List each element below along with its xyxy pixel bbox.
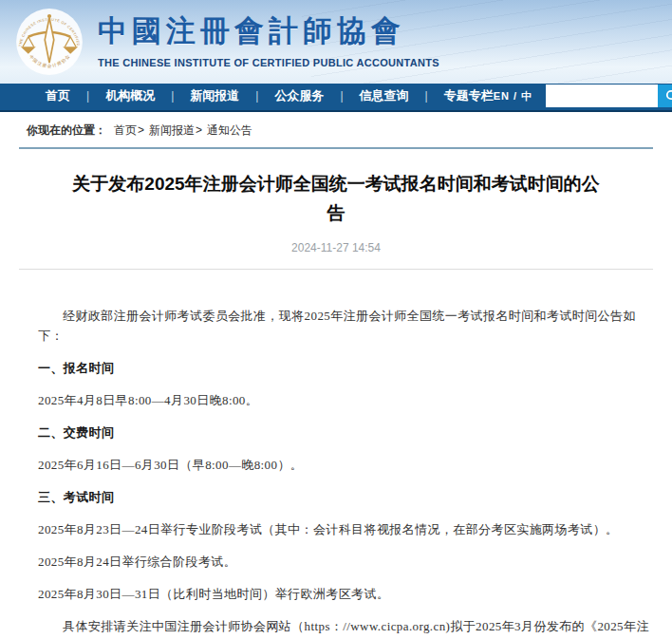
breadcrumb-items: 首页>新闻报道>通知公告 bbox=[114, 123, 252, 137]
breadcrumb-label: 你现在的位置： bbox=[27, 123, 106, 137]
nav-item-1[interactable]: 首页 bbox=[46, 87, 70, 104]
breadcrumb: 你现在的位置：首页>新闻报道>通知公告 bbox=[0, 112, 672, 144]
nav-separator: | bbox=[171, 89, 174, 103]
paragraph: 经财政部注册会计师考试委员会批准，现将2025年注册会计师全国统一考试报名时间和… bbox=[38, 306, 659, 346]
nav-menu: 首页|机构概况|新闻报道|公众服务|信息查询|专题专栏 bbox=[46, 87, 494, 104]
paragraph: 2025年8月24日举行综合阶段考试。 bbox=[38, 552, 659, 572]
section-heading: 二、交费时间 bbox=[38, 423, 659, 442]
language-switch[interactable]: EN / 中 bbox=[494, 89, 532, 103]
article-body: 经财政部注册会计师考试委员会批准，现将2025年注册会计师全国统一考试报名时间和… bbox=[0, 270, 672, 639]
nav-item-2[interactable]: 机构概况 bbox=[105, 87, 155, 104]
paragraph: 2025年4月8日早8:00—4月30日晚8:00。 bbox=[38, 390, 659, 410]
search-button[interactable] bbox=[658, 85, 672, 107]
nav-item-5[interactable]: 信息查询 bbox=[360, 87, 409, 104]
paragraph: 2025年8月23日—24日举行专业阶段考试（其中：会计科目将视报名情况，在部分… bbox=[38, 519, 659, 539]
paragraph: 具体安排请关注中国注册会计师协会网站（https：//www.cicpa.org… bbox=[38, 616, 659, 639]
nav-separator: | bbox=[86, 89, 89, 103]
breadcrumb-item-2[interactable]: 新闻报道 bbox=[149, 123, 195, 137]
cicpa-scales-emblem-icon: THE CHINESE INSTITUTE OF CERTIFIED PUBLI… bbox=[14, 7, 84, 77]
breadcrumb-separator: > bbox=[196, 123, 202, 137]
breadcrumb-item-1[interactable]: 首页 bbox=[114, 123, 137, 137]
article-header: 关于发布2025年注册会计师全国统一考试报名时间和考试时间的公告 2024-11… bbox=[0, 149, 672, 254]
nav-separator: | bbox=[340, 89, 343, 103]
nav-item-6[interactable]: 专题专栏 bbox=[444, 87, 494, 104]
section-heading: 一、报名时间 bbox=[38, 358, 659, 378]
section-heading: 三、考试时间 bbox=[38, 487, 659, 507]
nav-separator: | bbox=[425, 89, 428, 103]
page-title: 关于发布2025年注册会计师全国统一考试报名时间和考试时间的公告 bbox=[68, 169, 604, 229]
paragraph: 2025年8月30日—31日（比利时当地时间）举行欧洲考区考试。 bbox=[38, 584, 659, 604]
search-icon bbox=[665, 89, 672, 103]
main-nav: 首页|机构概况|新闻报道|公众服务|信息查询|专题专栏 EN / 中 bbox=[0, 84, 672, 112]
org-name-english: THE CHINESE INSTITUTE OF CERTIFIED PUBLI… bbox=[98, 57, 439, 68]
paragraph: 2025年6月16日—6月30日（早8:00—晚8:00）。 bbox=[38, 455, 659, 475]
nav-item-4[interactable]: 公众服务 bbox=[274, 87, 324, 104]
site-header: THE CHINESE INSTITUTE OF CERTIFIED PUBLI… bbox=[0, 0, 672, 84]
search-input[interactable] bbox=[546, 85, 658, 107]
nav-item-3[interactable]: 新闻报道 bbox=[190, 87, 239, 104]
org-name-chinese: 中國注冊會計師協會 bbox=[98, 11, 439, 51]
breadcrumb-item-3[interactable]: 通知公告 bbox=[207, 123, 252, 137]
search-box bbox=[546, 85, 672, 107]
nav-separator: | bbox=[255, 89, 258, 103]
publish-date: 2024-11-27 14:54 bbox=[68, 241, 604, 254]
cicpa-logo[interactable]: THE CHINESE INSTITUTE OF CERTIFIED PUBLI… bbox=[14, 7, 84, 77]
breadcrumb-separator: > bbox=[138, 123, 144, 137]
